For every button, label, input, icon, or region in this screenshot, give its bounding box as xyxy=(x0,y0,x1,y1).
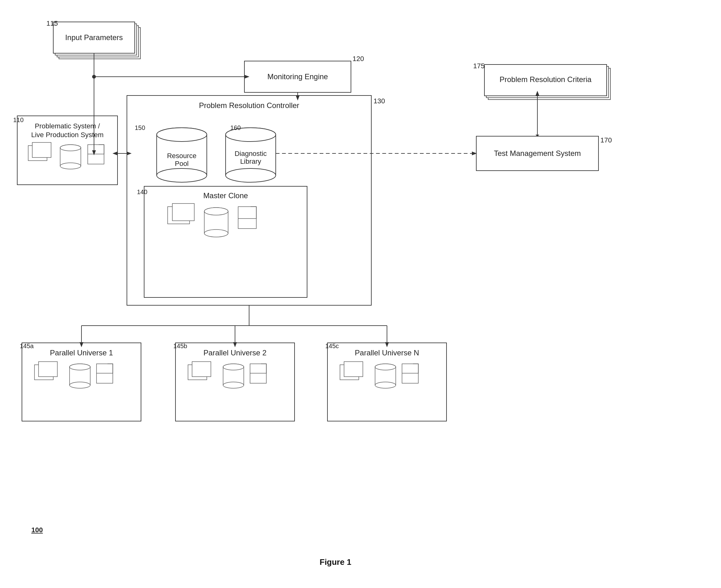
svg-rect-37 xyxy=(39,362,57,377)
svg-rect-22 xyxy=(238,207,256,229)
svg-point-40 xyxy=(69,382,90,388)
svg-rect-58 xyxy=(402,364,418,383)
ref-150: 150 xyxy=(135,124,145,131)
svg-point-49 xyxy=(223,364,244,370)
ref-145b: 145b xyxy=(173,342,187,350)
ref-140: 140 xyxy=(137,188,147,195)
ref-145a: 145a xyxy=(20,342,34,350)
master-clone-label: Master Clone xyxy=(203,191,248,200)
prob-sys-label1: Problematic System / xyxy=(35,122,100,130)
svg-rect-42 xyxy=(97,364,113,383)
ref-160: 160 xyxy=(230,124,241,131)
monitoring-engine-label: Monitoring Engine xyxy=(267,72,328,81)
input-params-label: Input Parameters xyxy=(65,33,123,42)
diag-lib-label2: Library xyxy=(240,158,261,165)
svg-point-10 xyxy=(157,128,207,142)
ref-175: 175 xyxy=(473,62,485,70)
svg-rect-45 xyxy=(192,362,211,377)
svg-point-57 xyxy=(375,364,396,370)
svg-point-28 xyxy=(60,163,81,169)
ref-130: 130 xyxy=(374,97,385,105)
svg-point-9 xyxy=(157,168,207,182)
ref-120: 120 xyxy=(353,55,364,63)
svg-point-20 xyxy=(204,230,228,237)
ref-115: 115 xyxy=(46,19,58,27)
diag-lib-label1: Diagnostic xyxy=(235,150,267,158)
figure-caption: Figure 1 xyxy=(320,557,351,567)
svg-rect-15 xyxy=(144,186,307,297)
ref-110: 110 xyxy=(13,117,23,123)
svg-point-13 xyxy=(226,168,276,182)
svg-point-21 xyxy=(204,208,228,215)
tms-label: Test Management System xyxy=(494,149,581,158)
fig-100-label: 100 xyxy=(31,526,43,534)
pu2-label: Parallel Universe 2 xyxy=(203,349,266,357)
ref-170: 170 xyxy=(600,136,612,144)
svg-point-48 xyxy=(223,382,244,388)
resource-pool-label1: Resource xyxy=(167,152,197,160)
svg-rect-50 xyxy=(250,364,266,383)
svg-rect-25 xyxy=(32,143,51,158)
svg-rect-53 xyxy=(344,362,363,377)
resource-pool-label2: Pool xyxy=(175,160,188,168)
svg-point-29 xyxy=(60,145,81,151)
prc-label: Problem Resolution Controller xyxy=(199,101,299,110)
svg-point-41 xyxy=(69,364,90,370)
pu1-label: Parallel Universe 1 xyxy=(50,349,113,357)
pun-label: Parallel Universe N xyxy=(355,349,419,357)
prc-criteria-label: Problem Resolution Criteria xyxy=(499,75,592,84)
diagram-svg: Input Parameters 115 Monitoring Engine 1… xyxy=(0,0,721,588)
svg-rect-30 xyxy=(88,145,104,164)
svg-rect-17 xyxy=(172,204,194,221)
prob-sys-label2: Live Production System xyxy=(31,131,103,139)
diagram-container: Input Parameters 115 Monitoring Engine 1… xyxy=(0,0,721,588)
svg-point-56 xyxy=(375,382,396,388)
ref-145c: 145c xyxy=(325,342,339,350)
